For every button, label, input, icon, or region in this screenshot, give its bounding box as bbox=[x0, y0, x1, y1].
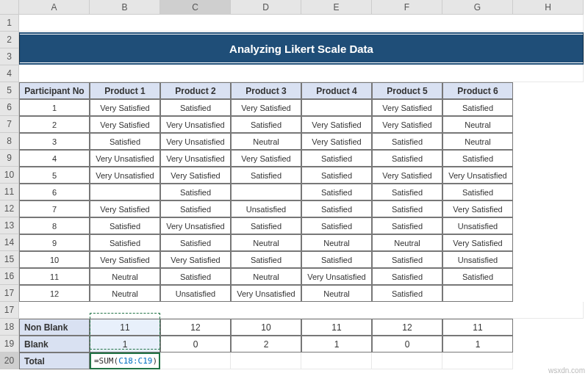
col-header-H[interactable]: H bbox=[513, 0, 584, 15]
table-cell[interactable]: Neutral bbox=[90, 268, 160, 285]
cell-empty[interactable] bbox=[231, 352, 301, 369]
header-product3[interactable]: Product 3 bbox=[231, 82, 301, 99]
table-cell[interactable]: Satisfied bbox=[160, 234, 231, 251]
table-cell[interactable]: 11 bbox=[19, 268, 90, 285]
row-header-10[interactable]: 10 bbox=[0, 167, 19, 184]
summary-value[interactable]: 1 bbox=[301, 336, 372, 352]
row-header-17[interactable]: 17 bbox=[0, 302, 19, 319]
table-cell[interactable]: Very Satisfied bbox=[372, 99, 442, 116]
table-cell[interactable]: 12 bbox=[19, 285, 90, 302]
table-cell[interactable]: 5 bbox=[19, 167, 90, 184]
table-cell[interactable]: Very Unsatisfied bbox=[160, 133, 231, 150]
table-cell[interactable]: Satisfied bbox=[231, 167, 301, 184]
table-cell[interactable]: Satisfied bbox=[231, 116, 301, 133]
table-cell[interactable]: 7 bbox=[19, 200, 90, 217]
table-cell[interactable]: Very Satisfied bbox=[90, 251, 160, 268]
table-cell[interactable]: Very Satisfied bbox=[442, 234, 513, 251]
table-cell[interactable]: Satisfied bbox=[442, 99, 513, 116]
col-header-G[interactable]: G bbox=[442, 0, 513, 15]
table-cell[interactable]: Unsatisfied bbox=[442, 217, 513, 234]
table-cell[interactable]: Very Unsatisfied bbox=[160, 150, 231, 167]
table-cell[interactable]: Very Satisfied bbox=[301, 116, 372, 133]
col-header-D[interactable]: D bbox=[231, 0, 301, 15]
summary-value[interactable]: 12 bbox=[160, 319, 231, 336]
col-header-F[interactable]: F bbox=[372, 0, 442, 15]
summary-value[interactable]: 11 bbox=[301, 319, 372, 336]
table-cell[interactable]: Neutral bbox=[231, 133, 301, 150]
table-cell[interactable]: Very Satisfied bbox=[90, 99, 160, 116]
row-header-6[interactable]: 6 bbox=[0, 99, 19, 116]
row-header-7[interactable]: 7 bbox=[0, 116, 19, 133]
row-header-13[interactable]: 13 bbox=[0, 217, 19, 234]
table-cell[interactable]: Very Unsatisfied bbox=[231, 285, 301, 302]
table-cell[interactable]: Satisfied bbox=[301, 217, 372, 234]
table-cell[interactable] bbox=[90, 184, 160, 200]
row-header-19[interactable]: 19 bbox=[0, 336, 19, 352]
table-cell[interactable]: Very Unsatisfied bbox=[442, 167, 513, 184]
header-product6[interactable]: Product 6 bbox=[442, 82, 513, 99]
select-all-corner[interactable] bbox=[0, 0, 19, 15]
summary-label[interactable]: Blank bbox=[19, 336, 90, 352]
table-cell[interactable]: 2 bbox=[19, 116, 90, 133]
table-cell[interactable]: Neutral bbox=[90, 285, 160, 302]
cell-empty[interactable] bbox=[301, 352, 372, 369]
table-cell[interactable]: Satisfied bbox=[160, 184, 231, 200]
col-header-A[interactable]: A bbox=[19, 0, 90, 15]
table-cell[interactable]: Satisfied bbox=[372, 184, 442, 200]
table-cell[interactable]: Unsatisfied bbox=[442, 251, 513, 268]
table-cell[interactable]: Very Unsatisfied bbox=[160, 217, 231, 234]
table-cell[interactable]: Satisfied bbox=[231, 251, 301, 268]
row-header-2[interactable]: 2 bbox=[0, 32, 19, 48]
table-cell[interactable]: Satisfied bbox=[90, 217, 160, 234]
table-cell[interactable]: Satisfied bbox=[301, 251, 372, 268]
table-cell[interactable]: Satisfied bbox=[301, 150, 372, 167]
summary-value[interactable]: 10 bbox=[231, 319, 301, 336]
table-cell[interactable]: Satisfied bbox=[372, 251, 442, 268]
row-header-5[interactable]: 5 bbox=[0, 82, 19, 99]
table-cell[interactable]: 9 bbox=[19, 234, 90, 251]
table-cell[interactable]: Very Satisfied bbox=[372, 167, 442, 184]
header-product2[interactable]: Product 2 bbox=[160, 82, 231, 99]
table-cell[interactable]: 6 bbox=[19, 184, 90, 200]
col-header-B[interactable]: B bbox=[90, 0, 160, 15]
row-header-12[interactable]: 12 bbox=[0, 200, 19, 217]
table-cell[interactable]: Neutral bbox=[442, 116, 513, 133]
summary-value[interactable]: 1 bbox=[442, 336, 513, 352]
table-cell[interactable]: Satisfied bbox=[442, 268, 513, 285]
table-cell[interactable] bbox=[231, 184, 301, 200]
table-cell[interactable]: Very Unsatisfied bbox=[90, 167, 160, 184]
table-cell[interactable]: 3 bbox=[19, 133, 90, 150]
cell-empty[interactable] bbox=[442, 352, 513, 369]
table-cell[interactable]: Satisfied bbox=[90, 234, 160, 251]
row-header-11[interactable]: 11 bbox=[0, 184, 19, 200]
table-cell[interactable]: Satisfied bbox=[372, 217, 442, 234]
col-header-E[interactable]: E bbox=[301, 0, 372, 15]
table-cell[interactable]: Neutral bbox=[231, 234, 301, 251]
header-product4[interactable]: Product 4 bbox=[301, 82, 372, 99]
row-header-20[interactable]: 20 bbox=[0, 352, 19, 369]
table-cell[interactable]: Satisfied bbox=[90, 133, 160, 150]
col-header-C[interactable]: C bbox=[160, 0, 231, 15]
summary-value[interactable]: 2 bbox=[231, 336, 301, 352]
row-header-4[interactable]: 4 bbox=[0, 65, 19, 82]
table-cell[interactable] bbox=[301, 99, 372, 116]
header-product1[interactable]: Product 1 bbox=[90, 82, 160, 99]
cell-empty[interactable] bbox=[19, 65, 584, 82]
table-cell[interactable]: Very Satisfied bbox=[231, 150, 301, 167]
summary-label[interactable]: Non Blank bbox=[19, 319, 90, 336]
table-cell[interactable]: Unsatisfied bbox=[231, 200, 301, 217]
row-header-17[interactable]: 17 bbox=[0, 285, 19, 302]
table-cell[interactable]: Satisfied bbox=[301, 167, 372, 184]
table-cell[interactable]: Satisfied bbox=[160, 99, 231, 116]
table-cell[interactable]: Satisfied bbox=[442, 184, 513, 200]
summary-value[interactable]: 0 bbox=[160, 336, 231, 352]
header-participant[interactable]: Participant No bbox=[19, 82, 90, 99]
row-header-18[interactable]: 18 bbox=[0, 319, 19, 336]
cell-empty[interactable] bbox=[160, 352, 231, 369]
row-header-8[interactable]: 8 bbox=[0, 133, 19, 150]
table-cell[interactable]: Satisfied bbox=[442, 150, 513, 167]
table-cell[interactable]: Satisfied bbox=[372, 268, 442, 285]
cell-A1-empty[interactable] bbox=[19, 15, 584, 32]
table-cell[interactable]: 1 bbox=[19, 99, 90, 116]
table-cell[interactable]: Satisfied bbox=[372, 285, 442, 302]
